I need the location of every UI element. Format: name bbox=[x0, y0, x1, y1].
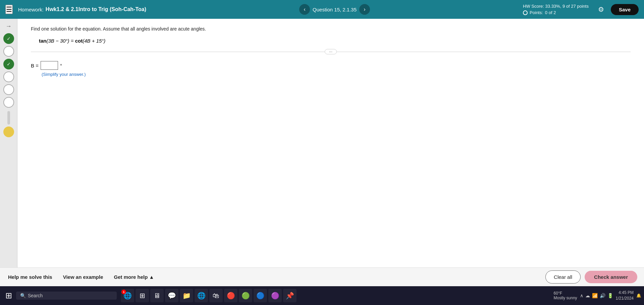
start-button[interactable]: ⊞ bbox=[3, 290, 15, 302]
sidebar-item-4[interactable] bbox=[3, 71, 14, 82]
question-sidebar: → ✓ ✓ bbox=[0, 19, 17, 286]
weather-desc: Mostly sunny bbox=[554, 296, 577, 300]
points-row: Points: 0 of 2 bbox=[523, 9, 589, 16]
sidebar-item-3[interactable]: ✓ bbox=[3, 59, 14, 69]
check-answer-button[interactable]: Check answer bbox=[585, 271, 637, 283]
answer-input[interactable] bbox=[41, 61, 58, 70]
weather-temp: 60°F bbox=[554, 291, 577, 296]
taskbar-store[interactable]: 🛍 bbox=[209, 289, 223, 302]
divider: ··· bbox=[31, 49, 631, 54]
simplify-note: (Simplify your answer.) bbox=[42, 72, 631, 77]
header-title: Homework: Hwk1.2 & 2.1Intro to Trig (Soh… bbox=[18, 6, 146, 12]
divider-line-left bbox=[31, 52, 325, 52]
sidebar-item-5[interactable] bbox=[3, 84, 14, 95]
score-section: HW Score: 33.33%, 9 of 27 points Points:… bbox=[523, 3, 589, 16]
taskbar-app4[interactable]: 📌 bbox=[283, 289, 297, 302]
taskbar-battery-icon[interactable]: 🔋 bbox=[607, 293, 613, 298]
help-solve-button[interactable]: Help me solve this bbox=[7, 271, 54, 283]
view-example-button[interactable]: View an example bbox=[62, 271, 105, 283]
question-nav: ‹ Question 15, 2.1.35 › bbox=[299, 4, 370, 15]
taskbar-apps: 🌐 ⊞ 🖥 💬 📁 🌐 🛍 🔴 🟢 🔵 🟣 📌 bbox=[121, 289, 297, 302]
divider-line-right bbox=[337, 52, 631, 52]
sidebar-item-current[interactable] bbox=[3, 126, 14, 137]
answer-prefix: B = bbox=[31, 63, 39, 68]
taskbar-desktop[interactable]: 🖥 bbox=[150, 289, 164, 302]
taskbar: ⊞ 🔍 Search 🌐 ⊞ 🖥 💬 📁 🌐 🛍 🔴 🟢 🔵 🟣 📌 60°F … bbox=[0, 286, 644, 305]
taskbar-volume-icon[interactable]: 🔊 bbox=[600, 293, 605, 298]
points-value: 0 of 2 bbox=[545, 9, 556, 16]
prev-question-button[interactable]: ‹ bbox=[299, 4, 310, 15]
taskbar-cloud-icon[interactable]: ☁ bbox=[585, 293, 590, 298]
taskbar-app3[interactable]: 🟣 bbox=[268, 289, 282, 302]
points-label: Points: bbox=[530, 9, 543, 16]
taskbar-weather: 60°F Mostly sunny bbox=[554, 291, 577, 300]
hw-score-value: 33.33%, 9 of 27 points bbox=[545, 4, 589, 9]
notification-icon[interactable]: 🔔 bbox=[636, 293, 641, 298]
bottom-bar: Help me solve this View an example Get m… bbox=[0, 267, 644, 286]
question-label: Question 15, 2.1.35 bbox=[313, 7, 357, 12]
taskbar-clock[interactable]: 4:45 PM 1/21/2024 bbox=[616, 290, 634, 301]
taskbar-wifi-icon[interactable]: 📶 bbox=[592, 293, 598, 298]
taskbar-opera[interactable]: 🔴 bbox=[224, 289, 237, 302]
taskbar-system-icons: ∧ ☁ 📶 🔊 🔋 bbox=[580, 293, 613, 298]
sidebar-item-6[interactable] bbox=[3, 97, 14, 108]
homework-name: Hwk1.2 & 2.1Intro to Trig (Soh-Cah-Toa) bbox=[46, 6, 146, 12]
answer-suffix: ° bbox=[60, 63, 62, 68]
taskbar-files[interactable]: 📁 bbox=[180, 289, 193, 302]
main-content: Find one solution for the equation. Assu… bbox=[17, 19, 644, 286]
taskbar-app2[interactable]: 🔵 bbox=[254, 289, 267, 302]
time-display: 4:45 PM bbox=[616, 290, 634, 296]
next-question-button[interactable]: › bbox=[359, 4, 370, 15]
taskbar-app1[interactable]: 🟢 bbox=[239, 289, 252, 302]
clear-all-button[interactable]: Clear all bbox=[545, 270, 581, 284]
menu-icon[interactable]: ☰ bbox=[5, 5, 13, 14]
tan-func: tan bbox=[39, 38, 47, 44]
equation: tan(3B − 30°) = cot(4B + 15°) bbox=[39, 38, 631, 44]
more-help-button[interactable]: Get more help ▲ bbox=[113, 271, 156, 283]
taskbar-windows[interactable]: ⊞ bbox=[136, 289, 149, 302]
hw-score-label: HW Score: bbox=[523, 4, 544, 9]
answer-row: B = ° bbox=[31, 61, 631, 70]
sidebar-item-2[interactable] bbox=[3, 46, 14, 57]
taskbar-chrome[interactable]: 🌐 bbox=[121, 289, 134, 302]
sidebar-item-1[interactable]: ✓ bbox=[3, 33, 14, 44]
taskbar-edge[interactable]: 🌐 bbox=[195, 289, 208, 302]
divider-dots[interactable]: ··· bbox=[325, 49, 337, 54]
save-button[interactable]: Save bbox=[611, 4, 639, 15]
taskbar-chevron-icon[interactable]: ∧ bbox=[580, 293, 583, 298]
taskbar-teams[interactable]: 💬 bbox=[165, 289, 178, 302]
hw-score: HW Score: 33.33%, 9 of 27 points bbox=[523, 3, 589, 10]
taskbar-search[interactable]: 🔍 Search bbox=[16, 292, 117, 300]
sidebar-toggle-button[interactable]: → bbox=[3, 21, 14, 31]
settings-button[interactable]: ⚙ bbox=[598, 5, 604, 13]
date-display: 1/21/2024 bbox=[616, 296, 634, 301]
cot-func: cot bbox=[75, 38, 83, 44]
taskbar-right: 60°F Mostly sunny ∧ ☁ 📶 🔊 🔋 4:45 PM 1/21… bbox=[554, 290, 641, 301]
points-circle-icon bbox=[523, 10, 528, 15]
search-icon: 🔍 bbox=[20, 293, 26, 298]
homework-label: Homework: bbox=[18, 7, 44, 12]
bottom-right-actions: Clear all Check answer bbox=[545, 270, 637, 284]
header: ☰ Homework: Hwk1.2 & 2.1Intro to Trig (S… bbox=[0, 0, 644, 19]
search-text: Search bbox=[28, 293, 43, 298]
sidebar-scrollbar[interactable] bbox=[7, 111, 10, 124]
question-instruction: Find one solution for the equation. Assu… bbox=[31, 26, 631, 33]
